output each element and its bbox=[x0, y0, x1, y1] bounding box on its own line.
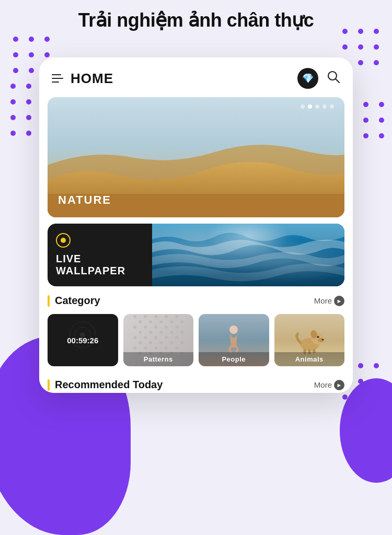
app-header: HOME 💎 bbox=[39, 57, 353, 97]
recommended-yellow-bar bbox=[48, 379, 50, 391]
app-title: HOME bbox=[71, 71, 297, 87]
svg-point-12 bbox=[229, 325, 238, 334]
category-card-animals[interactable]: Animals bbox=[274, 314, 345, 366]
category-people-label: People bbox=[199, 352, 269, 366]
svg-point-17 bbox=[317, 336, 319, 338]
wave-overlay bbox=[152, 224, 344, 286]
phone-card: HOME 💎 bbox=[39, 57, 353, 393]
category-header: Category More ► bbox=[48, 295, 344, 307]
hero-dot-5[interactable] bbox=[330, 104, 334, 109]
yellow-accent-bar bbox=[48, 295, 50, 307]
gem-button[interactable]: 💎 bbox=[297, 68, 318, 89]
gem-icon: 💎 bbox=[302, 73, 314, 84]
recommended-more-arrow-icon: ► bbox=[334, 380, 344, 390]
live-wallpaper-info: LIVE WALLPAPER bbox=[48, 224, 152, 286]
hero-dot-3[interactable] bbox=[315, 104, 319, 109]
category-patterns-label: Patterns bbox=[123, 352, 194, 366]
category-card-people[interactable]: People bbox=[199, 314, 269, 366]
category-cards-row: 00:59:26 Patterns bbox=[48, 314, 344, 366]
hero-dot-1[interactable] bbox=[301, 104, 305, 109]
category-title: Category bbox=[55, 295, 100, 307]
recommended-section: Recommended Today More ► bbox=[39, 373, 353, 393]
recommended-title: Recommended Today bbox=[55, 379, 163, 391]
recommended-title-wrap: Recommended Today bbox=[48, 379, 163, 391]
category-section: Category More ► 00:59:26 bbox=[39, 286, 353, 373]
category-more-button[interactable]: More ► bbox=[314, 296, 344, 306]
category-title-wrap: Category bbox=[48, 295, 100, 307]
recommended-more-button[interactable]: More ► bbox=[314, 380, 344, 390]
svg-point-18 bbox=[321, 339, 324, 341]
hero-dot-2[interactable] bbox=[308, 104, 312, 109]
category-card-timer[interactable]: 00:59:26 bbox=[48, 314, 118, 366]
hero-pagination bbox=[301, 104, 334, 109]
live-wallpaper-ocean-image bbox=[152, 224, 344, 286]
live-wallpaper-label: LIVE WALLPAPER bbox=[56, 253, 144, 277]
svg-rect-10 bbox=[132, 314, 185, 355]
live-wallpaper-section[interactable]: LIVE WALLPAPER bbox=[48, 224, 344, 286]
hamburger-menu-button[interactable] bbox=[52, 74, 63, 83]
search-button[interactable] bbox=[327, 70, 340, 87]
category-animals-label: Animals bbox=[274, 352, 345, 366]
hero-dot-4[interactable] bbox=[322, 104, 327, 109]
live-icon bbox=[56, 233, 71, 248]
page-title: Trải nghiệm ảnh chân thực bbox=[0, 9, 392, 31]
svg-line-1 bbox=[336, 79, 339, 83]
svg-point-7 bbox=[80, 332, 85, 338]
category-card-patterns[interactable]: Patterns bbox=[123, 314, 194, 366]
hero-label: NATURE bbox=[58, 193, 111, 207]
hero-banner[interactable]: NATURE bbox=[48, 97, 344, 217]
more-arrow-icon: ► bbox=[334, 296, 344, 306]
